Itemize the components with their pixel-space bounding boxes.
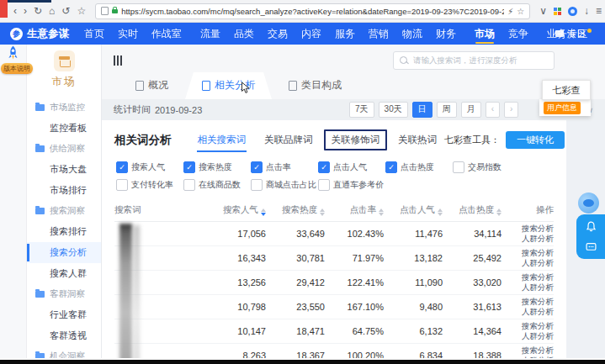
action-link-人群分析[interactable]: 人群分析 [502,307,554,317]
nav-item-4[interactable]: 品类 [227,23,261,45]
header-点击人气[interactable]: 点击人气 [384,204,443,216]
checkbox-checked[interactable]: ✓ [318,161,330,173]
stats-date[interactable]: 2019-09-23 [155,105,202,115]
metric-支付转化率[interactable]: 支付转化率 [116,179,175,191]
sidebar-item-市场大盘[interactable]: 市场大盘 [27,159,101,180]
period-button-月[interactable]: 月 [461,102,481,118]
action-link-人群分析[interactable]: 人群分析 [502,356,554,358]
history-icon[interactable]: ↺ [61,6,70,16]
one-click-convert-button[interactable]: 一键转化 [506,131,565,149]
sidebar-item-行业客群[interactable]: 行业客群 [27,304,101,325]
sidebar-group-2[interactable]: 搜索洞察 [27,201,101,221]
sidebar-item-市场排行[interactable]: 市场排行 [27,180,101,201]
checkbox-unchecked[interactable] [251,179,263,191]
checkbox-checked[interactable]: ✓ [116,161,128,173]
keyword-search-box[interactable] [393,51,555,70]
metric-在线商品数[interactable]: 在线商品数 [183,179,242,191]
checkbox-unchecked[interactable] [318,179,330,191]
nav-item-8[interactable]: 营销 [362,23,395,45]
tab-相关分析[interactable]: 相关分析 [185,72,272,99]
sidebar-group-4[interactable]: 机会洞察 [27,346,101,358]
prev-page-button[interactable]: ‹ [486,102,500,118]
sidebar-item-监控看板[interactable]: 监控看板 [27,118,101,139]
checkbox-unchecked[interactable] [116,179,128,191]
nav-item-3[interactable]: 流量 [194,23,227,45]
nav-item-6[interactable]: 内容 [295,23,328,45]
header-点击率[interactable]: 点击率 [325,204,384,216]
sidebar-group-1[interactable]: 供给洞察 [27,139,101,159]
tab-类目构成[interactable]: 类目构成 [272,72,358,99]
bolt-icon[interactable]: ⚡ [507,7,513,16]
metric-点击人气[interactable]: ✓点击人气 [318,161,377,173]
metric-点击热度[interactable]: ✓点击热度 [385,161,444,173]
action-link-搜索分析[interactable]: 搜索分析 [502,248,554,258]
bell-icon[interactable] [586,221,597,232]
tab-概况[interactable]: 概况 [119,72,185,99]
nav-item-7[interactable]: 服务 [328,23,362,45]
reader-mode-icon[interactable] [101,7,109,15]
checkbox-checked[interactable]: ✓ [385,161,397,173]
next-page-button[interactable]: › [504,102,518,118]
header-搜索热度[interactable]: 搜索热度 [266,204,325,216]
user-info-chip[interactable]: 用户信息 [544,102,581,114]
version-badge[interactable]: 版本说明 [1,63,33,74]
action-link-搜索分析[interactable]: 搜索分析 [502,224,554,234]
nav-item-10[interactable]: 财务 [429,23,463,45]
action-link-人群分析[interactable]: 人群分析 [502,258,554,268]
nav-item-14[interactable]: 取数 [599,23,605,45]
checkbox-unchecked[interactable] [453,161,464,173]
period-button-日[interactable]: 日 [412,102,433,118]
header-点击热度[interactable]: 点击热度 [443,204,502,216]
sidebar-group-3[interactable]: 客群洞察 [27,284,101,304]
metric-点击率[interactable]: ✓点击率 [251,161,310,173]
section-tab-关联修饰词[interactable]: 关联修饰词 [324,129,388,150]
menu-icon[interactable]: ≡ [596,6,602,16]
checkbox-checked[interactable]: ✓ [183,161,195,173]
nav-item-2[interactable]: 作战室 [145,23,188,45]
action-link-人群分析[interactable]: 人群分析 [502,234,554,244]
assistant-mascot-icon[interactable] [578,193,599,214]
sidebar-group-0[interactable]: 市场监控 [27,98,101,118]
sidebar-item-搜索排行[interactable]: 搜索排行 [27,221,101,242]
checkbox-checked[interactable]: ✓ [251,161,263,173]
nav-item-5[interactable]: 交易 [261,23,295,45]
nav-item-1[interactable]: 实时 [111,23,145,45]
brand[interactable]: 参 生意参谋 [10,27,69,41]
metric-直通车参考价[interactable]: 直通车参考价 [318,179,377,191]
range-button-30天[interactable]: 30天 [379,102,408,118]
metric-搜索热度[interactable]: ✓搜索热度 [183,161,242,173]
period-button-周[interactable]: 周 [437,102,457,118]
action-link-人群分析[interactable]: 人群分析 [502,282,554,293]
nav-item-12[interactable]: 竞争 [502,23,535,45]
section-tab-关联热词[interactable]: 关联热词 [390,130,444,150]
metric-搜索人气[interactable]: ✓搜索人气 [116,161,175,173]
checkbox-unchecked[interactable] [183,179,195,191]
sidebar-item-搜索分析[interactable]: 搜索分析 [27,242,101,263]
favorite-star-icon[interactable]: ☆ [517,7,524,16]
nav-item-9[interactable]: 物流 [395,23,429,45]
address-bar[interactable]: https://sycm.taobao.com/mc/mq/search_ana… [95,3,530,19]
refresh-icon[interactable]: ↻ [34,6,42,16]
dropdown-caret-icon[interactable]: ∨ [539,6,547,16]
search-input[interactable] [411,55,548,66]
nav-item-11[interactable]: 市场 [468,23,502,45]
chat-icon[interactable] [586,242,597,252]
extension-icon[interactable] [568,7,577,16]
metric-交易指数[interactable]: 交易指数 [453,161,512,173]
action-link-搜索分析[interactable]: 搜索分析 [502,321,554,331]
qicai-menu-item[interactable]: 七彩查 [542,80,591,100]
forward-icon[interactable]: › [24,6,27,16]
range-button-7天[interactable]: 7天 [349,102,374,118]
download-icon[interactable]: ↓ [584,6,589,16]
action-link-人群分析[interactable]: 人群分析 [502,331,554,341]
action-link-搜索分析[interactable]: 搜索分析 [502,346,554,356]
nav-item-13[interactable]: 业务专区 [540,23,594,45]
header-搜索人气[interactable]: 搜索人气 [207,204,266,216]
bookmark-icon[interactable]: ☆ [77,6,86,16]
apps-grid-icon[interactable] [554,8,561,15]
sidebar-item-客群透视[interactable]: 客群透视 [27,325,101,346]
action-link-搜索分析[interactable]: 搜索分析 [502,297,554,307]
home-icon[interactable]: ⌂ [49,6,55,16]
section-tab-关联品牌词[interactable]: 关联品牌词 [257,130,321,150]
action-link-搜索分析[interactable]: 搜索分析 [502,272,554,282]
